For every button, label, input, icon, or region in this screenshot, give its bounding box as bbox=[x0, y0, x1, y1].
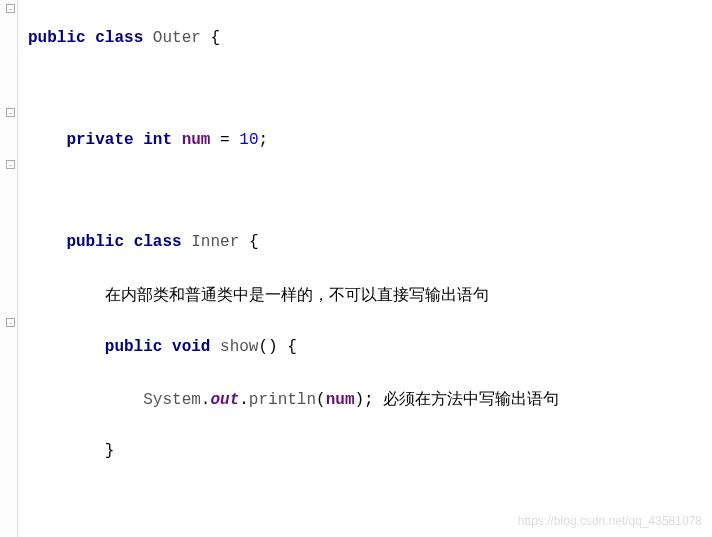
class-ref: System bbox=[143, 391, 201, 409]
field-name: num bbox=[182, 131, 211, 149]
keyword-public: public bbox=[66, 233, 124, 251]
code-line: } bbox=[28, 439, 712, 465]
fold-marker[interactable]: - bbox=[6, 160, 15, 169]
field-ref: num bbox=[326, 391, 355, 409]
paren-close: ) bbox=[355, 391, 365, 409]
keyword-public: public bbox=[28, 29, 86, 47]
keyword-public: public bbox=[105, 338, 163, 356]
method-call: println bbox=[249, 391, 316, 409]
fold-marker[interactable]: - bbox=[6, 318, 15, 327]
brace-open: { bbox=[287, 338, 297, 356]
code-line: public class Outer { bbox=[28, 26, 712, 52]
equals: = bbox=[220, 131, 230, 149]
watermark: https://blog.csdn.net/qq_43581078 bbox=[518, 512, 702, 531]
code-line: System.out.println(num); 必须在方法中写输出语句 bbox=[28, 386, 712, 414]
code-line: public void show() { bbox=[28, 335, 712, 361]
gutter: - - - - bbox=[0, 0, 18, 537]
fold-marker[interactable]: - bbox=[6, 4, 15, 13]
fold-marker[interactable]: - bbox=[6, 108, 15, 117]
semicolon: ; bbox=[364, 391, 374, 409]
semicolon: ; bbox=[259, 131, 269, 149]
brace-open: { bbox=[249, 233, 259, 251]
dot: . bbox=[201, 391, 211, 409]
annotation-line: 在内部类和普通类中是一样的，不可以直接写输出语句 bbox=[28, 282, 712, 310]
keyword-class: class bbox=[95, 29, 143, 47]
code-editor[interactable]: public class Outer { private int num = 1… bbox=[20, 0, 712, 537]
class-name: Outer bbox=[153, 29, 201, 47]
parentheses: () bbox=[258, 338, 277, 356]
method-name: show bbox=[220, 338, 258, 356]
brace-close: } bbox=[105, 442, 115, 460]
keyword-class: class bbox=[134, 233, 182, 251]
number-literal: 10 bbox=[239, 131, 258, 149]
keyword-private: private bbox=[66, 131, 133, 149]
class-name: Inner bbox=[191, 233, 239, 251]
dot: . bbox=[239, 391, 249, 409]
static-field: out bbox=[210, 391, 239, 409]
paren-open: ( bbox=[316, 391, 326, 409]
chinese-annotation: 必须在方法中写输出语句 bbox=[383, 390, 559, 407]
blank-line bbox=[28, 179, 712, 205]
blank-line bbox=[28, 77, 712, 103]
chinese-annotation: 在内部类和普通类中是一样的，不可以直接写输出语句 bbox=[105, 286, 489, 303]
code-line: public class Inner { bbox=[28, 230, 712, 256]
brace-open: { bbox=[210, 29, 220, 47]
keyword-int: int bbox=[143, 131, 172, 149]
keyword-void: void bbox=[172, 338, 210, 356]
code-line: private int num = 10; bbox=[28, 128, 712, 154]
